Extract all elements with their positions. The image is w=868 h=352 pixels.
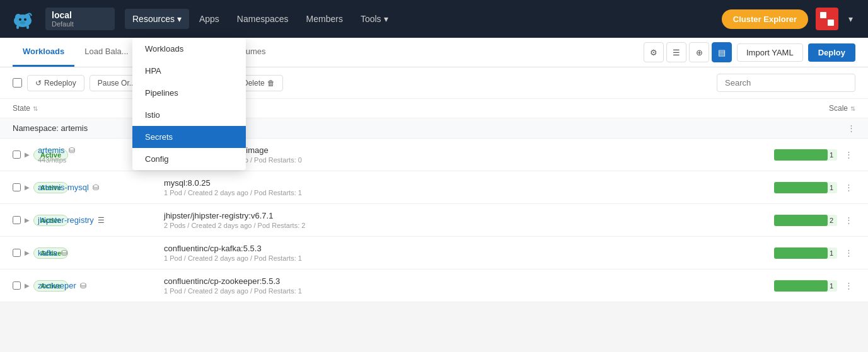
dropdown-item-workloads[interactable]: Workloads [132,38,246,60]
dropdown-item-secrets[interactable]: Secrets [132,126,246,148]
row-menu-button[interactable]: ⋮ [842,147,855,162]
cluster-explorer-button[interactable]: Cluster Explorer [722,9,808,29]
image-meta: 2 Pods / Created 2 days ago / Pod Restar… [164,222,729,229]
cluster-icon: ⛁ [69,146,75,155]
user-menu-chevron[interactable]: ▾ [841,9,860,29]
tab-load-balancing[interactable]: Load Bala... [74,38,138,67]
table-row: ▶ Active artemis-mysql ⛁ mysql:8.0.25 1 … [0,171,868,204]
namespace-section: Namespace: artemis ⋮ [0,118,868,139]
workload-name[interactable]: artemis-mysql ⛁ [38,183,164,192]
table-row: ▶ Active zookeeper ⛁ confluentinc/cp-zoo… [0,270,868,302]
row-menu-button[interactable]: ⋮ [842,180,855,195]
expand-button[interactable]: ▶ [25,282,30,289]
filter-icon-btn[interactable]: ⊕ [689,42,709,62]
workload-name[interactable]: kafka ⛁ [38,248,164,258]
row-checkbox[interactable] [13,183,21,192]
expand-button[interactable]: ▶ [25,184,30,191]
image-meta: 1 Pod / Created 2 days ago / Pod Restart… [164,189,729,196]
nav-namespaces[interactable]: Namespaces [229,9,296,29]
trash-icon: 🗑 [267,79,275,88]
expand-button[interactable]: ▶ [25,249,30,256]
grid-icon-btn[interactable]: ▤ [712,42,732,62]
row-checkbox[interactable] [13,150,21,159]
image-cell: confluentinc/cp-zookeeper:5.5.3 1 Pod / … [164,276,729,295]
svg-rect-8 [26,25,29,29]
workload-cell: zookeeper ⛁ [38,281,164,290]
image-cell: mmehmed/artemis • 1 image 1 Pod / Create… [164,145,729,164]
list-icon-btn[interactable]: ☰ [666,42,686,62]
dropdown-item-pipelines[interactable]: Pipelines [132,82,246,104]
svg-point-5 [24,18,26,21]
row-menu-button[interactable]: ⋮ [842,278,855,293]
image-cell: confluentinc/cp-kafka:5.5.3 1 Pod / Crea… [164,244,729,262]
top-nav: local Default Resources ▾ Apps Namespace… [0,0,868,38]
nav-apps[interactable]: Apps [192,9,227,29]
image-name: confluentinc/cp-kafka:5.5.3 [164,244,729,253]
workloads-table: State ⇅ Image ⇅ Scale ⇅ Namespace: artem… [0,99,868,302]
nav-tools[interactable]: Tools ▾ [353,9,396,29]
svg-point-4 [19,18,21,21]
import-yaml-button[interactable]: Import YAML [737,43,803,62]
svg-point-6 [20,21,25,25]
nav-resources[interactable]: Resources ▾ [125,9,189,29]
dropdown-item-hpa[interactable]: HPA [132,60,246,82]
table-row: ▶ Active artemis ⛁ 443/https mmehmed/art… [0,139,868,171]
table-row: ▶ Active jhipster-registry ☰ jhipster/jh… [0,204,868,237]
redeploy-icon: ↺ [35,79,42,88]
row-menu-button[interactable]: ⋮ [842,246,855,260]
dropdown-item-config[interactable]: Config [132,148,246,170]
expand-button[interactable]: ▶ [25,151,30,158]
dropdown-item-istio[interactable]: Istio [132,104,246,126]
redeploy-button[interactable]: ↺ Redeploy [27,75,84,91]
search-input[interactable] [717,74,855,92]
image-cell: mysql:8.0.25 1 Pod / Created 2 days ago … [164,178,729,196]
scale-bar: 1 [774,182,837,193]
th-state[interactable]: State ⇅ [13,104,38,113]
svg-rect-7 [16,25,19,29]
image-name: confluentinc/cp-zookeeper:5.5.3 [164,276,729,286]
image-name: jhipster/jhipster-registry:v6.7.1 [164,211,729,220]
scale-cell: 1 ⋮ [729,246,855,260]
image-meta: 1 Pod / Created 2 days ago / Pod Restart… [164,287,729,295]
image-meta: 1 Pod / Created 2 days ago / Pod Restart… [164,156,729,164]
tab-workloads[interactable]: Workloads [13,38,74,67]
workload-cell: kafka ⛁ [38,248,164,258]
image-cell: jhipster/jhipster-registry:v6.7.1 2 Pods… [164,211,729,229]
scale-bar: 1 [774,280,837,292]
workload-cell: artemis-mysql ⛁ [38,183,164,192]
cluster-icon: ⛁ [80,281,86,290]
settings-icon-btn[interactable]: ⚙ [644,42,664,62]
expand-button[interactable]: ▶ [25,217,30,224]
cluster-icon: ⛁ [93,183,99,192]
logo[interactable] [8,7,38,31]
deploy-button[interactable]: Deploy [808,43,855,62]
table-header: State ⇅ Image ⇅ Scale ⇅ [0,99,868,118]
th-scale[interactable]: Scale ⇅ [729,104,855,113]
table-row: ▶ Active kafka ⛁ confluentinc/cp-kafka:5… [0,237,868,270]
workload-name[interactable]: zookeeper ⛁ [38,281,164,290]
row-menu-button[interactable]: ⋮ [842,213,855,227]
state-cell: ▶ Active [13,280,38,292]
namespace-menu[interactable]: ⋮ [847,123,855,133]
cluster-env: Default [52,20,108,28]
scale-cell: 2 ⋮ [729,213,855,227]
image-name: mysql:8.0.25 [164,178,729,188]
image-name: mmehmed/artemis • 1 image [164,145,729,155]
select-all-checkbox[interactable] [13,78,22,88]
state-cell: ▶ Active [13,247,38,259]
namespace-label: Namespace: artemis [13,123,88,133]
th-image[interactable]: Image ⇅ [164,104,729,113]
nav-members[interactable]: Members [299,9,350,29]
scale-bar: 2 [774,215,837,226]
cluster-icon: ⛁ [61,249,67,258]
cluster-selector[interactable]: local Default [45,8,115,30]
workload-name[interactable]: jhipster-registry ☰ [38,215,164,225]
scale-cell: 1 ⋮ [729,278,855,293]
state-cell: ▶ Active [13,215,38,226]
row-checkbox[interactable] [13,281,21,290]
row-checkbox[interactable] [13,248,21,258]
user-avatar[interactable] [816,8,838,30]
list-icon: ☰ [98,216,105,225]
row-checkbox[interactable] [13,215,21,225]
scale-cell: 1 ⋮ [729,147,855,162]
